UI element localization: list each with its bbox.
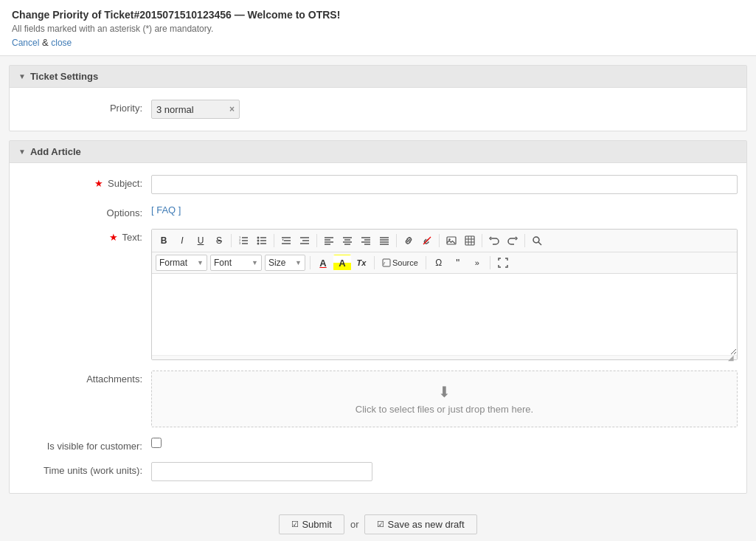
priority-tag-value: 3 normal (156, 104, 226, 115)
fullscreen-button[interactable] (494, 255, 512, 271)
citation-button[interactable]: » (468, 255, 486, 271)
format-dropdown[interactable]: Format ▼ (156, 255, 207, 271)
ordered-list-button[interactable]: 123 (235, 232, 252, 249)
footer-or: or (350, 519, 359, 530)
close-link[interactable]: close (51, 38, 72, 48)
format-label: Format (159, 258, 187, 268)
svg-text:3: 3 (239, 241, 241, 245)
page-footer: ☑ Submit or ☑ Save as new draft (0, 503, 756, 541)
priority-tag[interactable]: 3 normal × (151, 100, 240, 119)
align-right-button[interactable] (357, 232, 375, 249)
redo-button[interactable] (504, 232, 521, 249)
sep5 (439, 234, 440, 247)
subject-required-star: ★ (94, 178, 103, 189)
bold-button[interactable]: B (155, 232, 173, 249)
submit-label: Submit (302, 519, 331, 530)
attachments-row: Attachments: ⬇ Click to select files or … (18, 371, 738, 427)
clear-format-button[interactable]: Tx (353, 255, 370, 271)
attachments-dropzone[interactable]: ⬇ Click to select files or just drop the… (151, 371, 738, 427)
submit-button[interactable]: ☑ Submit (279, 514, 344, 534)
font-arrow: ▼ (252, 259, 258, 266)
format-arrow: ▼ (197, 259, 204, 266)
collapse-arrow-article: ▼ (18, 148, 26, 156)
editor-toolbar-row1: B I U S 123 (152, 230, 737, 252)
page-header: Change Priority of Ticket#20150715101234… (0, 0, 756, 56)
sep10 (426, 256, 426, 269)
sep1 (231, 234, 232, 247)
add-article-body: ★ Subject: Options: [ FAQ ] ★ Text: (10, 163, 746, 493)
priority-control: 3 normal × (151, 100, 738, 119)
bg-color-button[interactable]: A (333, 255, 351, 271)
italic-button[interactable]: I (173, 232, 191, 249)
visible-label: Is visible for customer: (18, 438, 151, 452)
align-left-button[interactable] (320, 232, 338, 249)
sep6 (482, 234, 482, 247)
undo-button[interactable] (485, 232, 503, 249)
svg-text:f: f (384, 261, 386, 266)
find-button[interactable] (528, 232, 546, 249)
cancel-link[interactable]: Cancel (12, 38, 39, 48)
outdent-button[interactable] (277, 232, 295, 249)
visible-row: Is visible for customer: (18, 438, 738, 452)
image-button[interactable] (443, 232, 460, 249)
ticket-settings-section: ▼ Ticket Settings Priority: 3 normal × (9, 65, 747, 131)
unordered-list-button[interactable] (253, 232, 271, 249)
editor-resize-handle[interactable]: ◢ (152, 355, 737, 359)
submit-icon: ☑ (291, 520, 299, 529)
subject-input[interactable] (151, 175, 738, 194)
text-row: ★ Text: B I U S 123 (18, 229, 738, 360)
visible-checkbox[interactable] (151, 438, 162, 448)
align-justify-button[interactable] (375, 232, 393, 249)
visible-control (151, 438, 738, 448)
font-color-button[interactable]: A (314, 255, 332, 271)
ticket-settings-header[interactable]: ▼ Ticket Settings (10, 66, 746, 88)
editor-content[interactable] (152, 274, 737, 355)
sep11 (490, 256, 490, 269)
time-units-input[interactable] (151, 462, 372, 481)
sep8 (310, 256, 311, 269)
editor-toolbar-row2: Format ▼ Font ▼ Size ▼ A (152, 252, 737, 274)
subject-control (151, 175, 738, 194)
add-article-header[interactable]: ▼ Add Article (10, 141, 746, 163)
svg-point-9 (257, 237, 260, 239)
sep7 (524, 234, 525, 247)
upload-icon: ⬇ (164, 383, 725, 401)
priority-remove-btn[interactable]: × (229, 104, 235, 114)
resize-icon: ◢ (728, 354, 734, 362)
svg-rect-38 (465, 236, 474, 245)
draft-icon: ☑ (377, 520, 384, 529)
options-row: Options: [ FAQ ] (18, 204, 738, 218)
sep3 (316, 234, 317, 247)
ticket-settings-body: Priority: 3 normal × (10, 88, 746, 131)
size-dropdown[interactable]: Size ▼ (265, 255, 305, 271)
align-center-button[interactable] (339, 232, 356, 249)
unlink-button[interactable] (418, 232, 436, 249)
font-dropdown[interactable]: Font ▼ (210, 255, 262, 271)
editor-wrapper: B I U S 123 (151, 229, 738, 360)
table-button[interactable] (461, 232, 479, 249)
source-label: Source (392, 258, 418, 267)
svg-point-10 (257, 240, 260, 242)
strike-button[interactable]: S (210, 232, 228, 249)
draft-button[interactable]: ☑ Save as new draft (364, 514, 476, 534)
time-units-row: Time units (work units): (18, 462, 738, 481)
svg-point-37 (448, 238, 450, 240)
add-article-title: Add Article (30, 146, 81, 157)
font-label: Font (214, 258, 232, 268)
underline-button[interactable]: U (192, 232, 209, 249)
indent-button[interactable] (296, 232, 313, 249)
time-units-control (151, 462, 738, 481)
mandatory-notice: All fields marked with an asterisk (*) a… (12, 24, 744, 34)
blockquote-button[interactable]: " (449, 255, 467, 271)
sep9 (374, 256, 375, 269)
sep4 (396, 234, 397, 247)
faq-link[interactable]: [ FAQ ] (151, 204, 181, 216)
svg-point-11 (257, 243, 260, 245)
page-title: Change Priority of Ticket#20150715101234… (12, 9, 744, 21)
source-button[interactable]: f Source (378, 255, 422, 271)
text-label: ★ Text: (18, 229, 151, 243)
link-button[interactable] (400, 232, 417, 249)
special-char-button[interactable]: Ω (430, 255, 448, 271)
text-required-star: ★ (109, 232, 118, 243)
priority-label: Priority: (18, 100, 151, 114)
